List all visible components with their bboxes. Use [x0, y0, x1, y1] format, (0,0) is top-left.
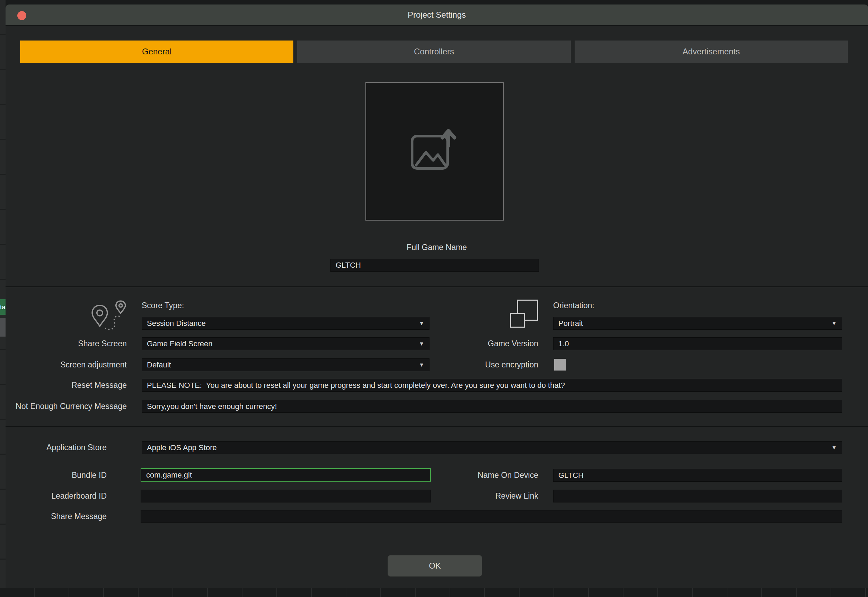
bundle-id-input[interactable] [141, 468, 431, 482]
tab-general[interactable]: General [20, 40, 293, 63]
use-encryption-label: Use encryption [421, 358, 538, 371]
image-upload-icon [409, 126, 461, 176]
close-icon[interactable] [17, 11, 26, 20]
orientation-squares-icon [508, 298, 540, 333]
game-image-dropzone[interactable] [366, 82, 504, 221]
game-version-input[interactable] [553, 337, 842, 350]
background-green-row: ta [0, 299, 6, 315]
background-app-bottom-strip [0, 588, 868, 597]
application-store-dropdown[interactable]: Apple iOS App Store ▼ [142, 441, 842, 454]
screen-adjustment-label: Screen adjustment [6, 358, 127, 371]
screen-adjustment-value: Default [147, 361, 416, 370]
dialog-title: Project Settings [6, 4, 868, 26]
score-type-value: Session Distance [147, 319, 416, 328]
chevron-down-icon: ▼ [419, 320, 424, 327]
name-on-device-input[interactable] [553, 469, 842, 482]
background-selected-row [0, 318, 6, 337]
section-divider-store [6, 426, 868, 427]
ok-button[interactable]: OK [388, 555, 482, 576]
game-version-label: Game Version [421, 337, 538, 350]
use-encryption-checkbox[interactable] [554, 359, 566, 371]
tab-advertisements[interactable]: Advertisements [575, 40, 848, 63]
project-settings-dialog: Project Settings General Controllers Adv… [6, 4, 868, 588]
section-divider-top [6, 287, 868, 287]
reset-message-label: Reset Message [6, 379, 127, 392]
screen: ta Project Settings General Controllers … [0, 0, 868, 597]
share-pins-icon [89, 299, 129, 336]
share-screen-label: Share Screen [6, 337, 127, 350]
full-game-name-label: Full Game Name [6, 243, 868, 252]
orientation-dropdown[interactable]: Portrait ▼ [553, 317, 842, 330]
full-game-name-input[interactable] [330, 259, 539, 272]
score-type-label: Score Type: [142, 301, 184, 310]
review-link-input[interactable] [553, 490, 842, 502]
orientation-value: Portrait [558, 319, 828, 328]
background-app-left-strip: ta [0, 0, 6, 597]
share-screen-dropdown[interactable]: Game Field Screen ▼ [142, 337, 430, 350]
tab-bar: General Controllers Advertisements [20, 40, 848, 63]
share-screen-value: Game Field Screen [147, 339, 416, 348]
chevron-down-icon: ▼ [831, 445, 837, 451]
dialog-titlebar: Project Settings [6, 4, 868, 26]
application-store-value: Apple iOS App Store [147, 443, 828, 452]
leaderboard-id-label: Leaderboard ID [6, 490, 107, 502]
tab-controllers[interactable]: Controllers [297, 40, 571, 63]
share-message-label: Share Message [6, 510, 107, 523]
share-message-input[interactable] [141, 510, 842, 523]
application-store-label: Application Store [6, 441, 107, 454]
review-link-label: Review Link [421, 490, 538, 502]
leaderboard-id-input[interactable] [141, 490, 431, 502]
score-type-dropdown[interactable]: Session Distance ▼ [142, 317, 430, 330]
not-enough-currency-label: Not Enough Currency Message [6, 400, 127, 413]
orientation-label: Orientation: [553, 301, 595, 310]
screen-adjustment-dropdown[interactable]: Default ▼ [142, 358, 430, 371]
chevron-down-icon: ▼ [831, 320, 837, 327]
bundle-id-label: Bundle ID [6, 468, 107, 482]
name-on-device-label: Name On Device [421, 469, 538, 482]
reset-message-input[interactable] [142, 379, 842, 392]
not-enough-currency-input[interactable] [142, 400, 842, 413]
